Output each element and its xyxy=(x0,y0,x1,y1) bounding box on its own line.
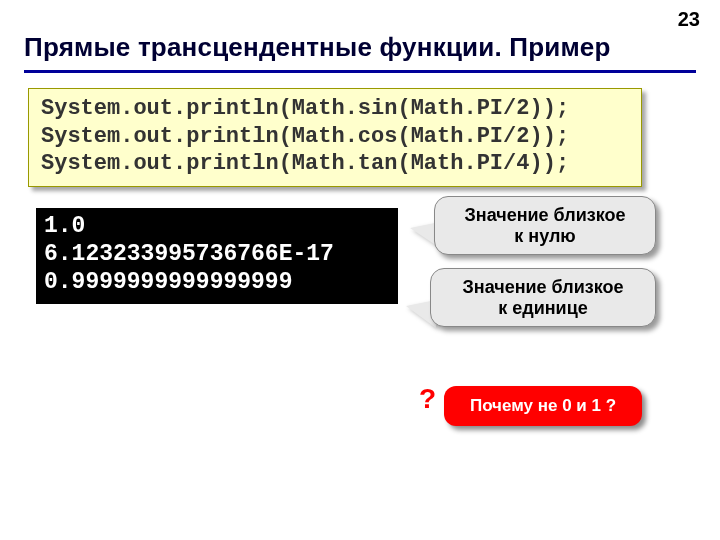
callout-text: Значение близкое xyxy=(441,277,645,298)
page-number: 23 xyxy=(678,8,700,31)
slide-title: Прямые трансцендентные функции. Пример xyxy=(24,32,611,63)
question-callout: Почему не 0 и 1 ? xyxy=(444,386,642,426)
code-line: System.out.println(Math.sin(Math.PI/2)); xyxy=(41,95,629,123)
code-line: System.out.println(Math.cos(Math.PI/2)); xyxy=(41,123,629,151)
code-line: System.out.println(Math.tan(Math.PI/4)); xyxy=(41,150,629,178)
console-line: 0.9999999999999999 xyxy=(44,268,390,296)
console-output: 1.0 6.123233995736766E-17 0.999999999999… xyxy=(36,208,398,304)
question-mark-icon: ? xyxy=(419,383,436,415)
callout-text: к единице xyxy=(441,298,645,319)
callout-text: Значение близкое xyxy=(445,205,645,226)
title-underline xyxy=(24,70,696,73)
callout-near-one: Значение близкое к единице xyxy=(430,268,656,327)
callout-near-zero: Значение близкое к нулю xyxy=(434,196,656,255)
console-line: 6.123233995736766E-17 xyxy=(44,240,390,268)
callout-text: к нулю xyxy=(445,226,645,247)
code-block: System.out.println(Math.sin(Math.PI/2));… xyxy=(28,88,642,187)
console-line: 1.0 xyxy=(44,212,390,240)
